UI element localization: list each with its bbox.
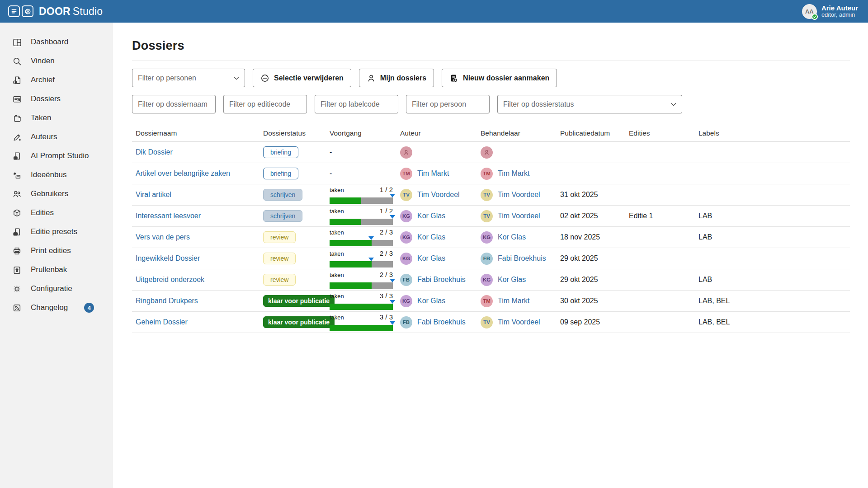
progress-label: taken [330, 293, 344, 300]
dossier-name-link[interactable]: Ingewikkeld Dossier [136, 254, 200, 263]
publicatiedatum-cell: 29 okt 2025 [557, 276, 625, 284]
topbar: DOORStudio AA Arie Auteur editor, admin [0, 0, 868, 23]
sidebar-item-vinden[interactable]: Vinden [0, 52, 113, 70]
filter-editiecode-wrap [223, 95, 307, 113]
page-title: Dossiers [132, 39, 850, 53]
filter-personen-select[interactable]: Filter op personen [132, 69, 245, 87]
progress-marker-icon [390, 321, 395, 325]
progress-fill [330, 282, 372, 289]
behandelaar-name-link[interactable]: Tim Markt [498, 297, 530, 305]
sidebar-item-print-edities[interactable]: Print edities [0, 241, 113, 260]
printer-icon [12, 246, 22, 256]
filter-dossierstatus-select[interactable]: Filter op dossierstatus [497, 95, 682, 113]
col-behandelaar: Behandelaar [477, 129, 557, 137]
sidebar-item-dossiers[interactable]: Dossiers [0, 89, 113, 108]
sidebar-item-prullenbak[interactable]: Prullenbak [0, 260, 113, 279]
progress-count: 1 / 2 [380, 207, 393, 215]
auteur-name-link[interactable]: Kor Glas [417, 254, 445, 263]
user-name: Arie Auteur [821, 4, 858, 12]
behandelaar-name-link[interactable]: Kor Glas [498, 276, 526, 284]
behandelaar-name-link[interactable]: Fabi Broekhuis [498, 254, 546, 263]
auteur-name-link[interactable]: Kor Glas [417, 233, 445, 241]
behandelaar-avatar: TM [481, 295, 493, 307]
dossier-name-link[interactable]: Artikel over belangrijke zaken [136, 169, 230, 178]
document-briefcase-icon [12, 227, 22, 237]
pen-icon [12, 132, 22, 142]
dossier-name-link[interactable]: Viral artikel [136, 191, 171, 199]
sidebar-item-label: Ideeënbus [31, 170, 66, 179]
clear-selection-button[interactable]: Selectie verwijderen [253, 69, 351, 87]
dossier-name-link[interactable]: Ringband Drukpers [136, 297, 198, 305]
auteur-avatar: FB [400, 274, 412, 286]
table-row: Dik Dossierbriefing- [132, 142, 850, 163]
labels-cell: LAB [695, 276, 850, 284]
auteur-name-link[interactable]: Tim Voordeel [417, 191, 460, 199]
progress-track [330, 304, 393, 310]
behandelaar-avatar: TV [481, 189, 493, 201]
trash-icon [12, 265, 22, 275]
sidebar-item-configuratie[interactable]: Configuratie [0, 279, 113, 298]
behandelaar-name-link[interactable]: Kor Glas [498, 233, 526, 241]
sidebar-item-label: Print edities [31, 246, 71, 255]
auteur-avatar [400, 146, 412, 159]
progress-track [330, 282, 393, 289]
sidebar-item-gebruikers[interactable]: Gebruikers [0, 184, 113, 203]
progress-marker-icon [368, 258, 374, 261]
filter-persoon-input[interactable] [412, 100, 484, 108]
filter-editiecode-input[interactable] [229, 100, 301, 108]
filter-labelcode-input[interactable] [321, 100, 392, 108]
sidebar: DashboardVindenArchiefDossiersTakenAuteu… [0, 23, 113, 488]
progress-fill [330, 261, 372, 267]
col-publicatiedatum: Publicatiedatum [557, 129, 625, 137]
sidebar-item-auteurs[interactable]: Auteurs [0, 127, 113, 146]
avatar: AA [802, 4, 817, 19]
progress-fill [330, 304, 393, 310]
sidebar-item-taken[interactable]: Taken [0, 108, 113, 127]
progress-label: taken [330, 314, 344, 321]
progress-indicator: taken1 / 2 [330, 186, 393, 204]
avatar-initials: AA [805, 8, 814, 15]
auteur-avatar: KG [400, 231, 412, 244]
auteur-name-link[interactable]: Kor Glas [417, 212, 445, 220]
user-roles: editor, admin [821, 12, 858, 19]
col-auteur: Auteur [396, 129, 477, 137]
sidebar-item-dashboard[interactable]: Dashboard [0, 33, 113, 52]
behandelaar-name-link[interactable]: Tim Markt [498, 169, 530, 178]
auteur-name-link[interactable]: Fabi Broekhuis [417, 318, 466, 326]
auteur-avatar: KG [400, 253, 412, 265]
filter-row-primary: Filter op personen Selectie verwijderen … [132, 69, 850, 87]
sidebar-item-ideeenbus[interactable]: Ideeënbus [0, 165, 113, 184]
auteur-avatar: TV [400, 189, 412, 201]
progress-track [330, 261, 393, 267]
app-logo[interactable]: DOORStudio [8, 5, 103, 18]
dossier-name-link[interactable]: Vers van de pers [136, 233, 190, 241]
filter-dossiernaam-input[interactable] [138, 100, 210, 108]
sidebar-item-ai-prompt-studio[interactable]: AI Prompt Studio [0, 146, 113, 165]
dossier-name-link[interactable]: Uitgebreid onderzoek [136, 276, 204, 284]
dossier-name-link[interactable]: Geheim Dossier [136, 318, 188, 326]
progress-marker-icon [390, 194, 395, 197]
sidebar-item-label: Taken [31, 113, 51, 122]
sidebar-item-changelog[interactable]: Changelog4 [0, 298, 113, 317]
my-dossiers-button[interactable]: Mijn dossiers [359, 69, 434, 87]
new-dossier-button[interactable]: Nieuw dossier aanmaken [442, 69, 557, 87]
auteur-name-link[interactable]: Kor Glas [417, 297, 445, 305]
behandelaar-avatar: TM [481, 168, 493, 180]
behandelaar-name-link[interactable]: Tim Voordeel [498, 212, 540, 220]
auteur-name-link[interactable]: Fabi Broekhuis [417, 276, 466, 284]
sidebar-item-edities[interactable]: Edities [0, 203, 113, 222]
dossier-name-link[interactable]: Dik Dossier [136, 148, 173, 156]
user-menu[interactable]: AA Arie Auteur editor, admin [802, 4, 858, 19]
sidebar-item-archief[interactable]: Archief [0, 70, 113, 89]
behandelaar-name-link[interactable]: Tim Voordeel [498, 318, 540, 326]
auteur-name-link[interactable]: Tim Markt [417, 169, 449, 178]
person-icon [367, 74, 376, 83]
col-voortgang: Voortgang [326, 129, 396, 137]
dossier-name-link[interactable]: Interessant leesvoer [136, 212, 201, 220]
progress-indicator: taken2 / 3 [330, 249, 393, 267]
sidebar-item-editie-presets[interactable]: Editie presets [0, 222, 113, 241]
progress-indicator: taken3 / 3 [330, 292, 393, 310]
status-badge: klaar voor publicatie [263, 295, 335, 307]
document-add-icon [449, 74, 458, 83]
behandelaar-name-link[interactable]: Tim Voordeel [498, 191, 540, 199]
